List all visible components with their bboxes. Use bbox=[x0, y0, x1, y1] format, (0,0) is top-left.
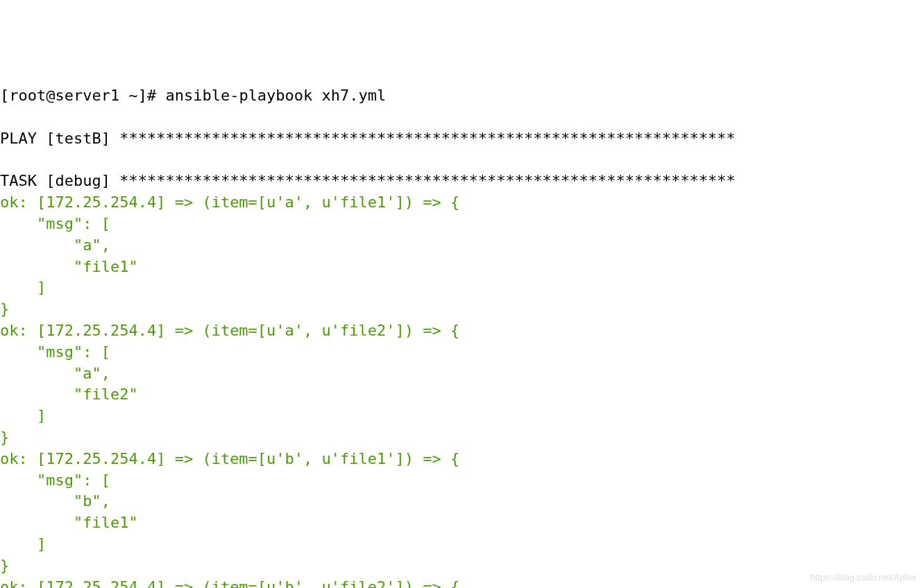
task-item-line: "msg": [ bbox=[0, 472, 110, 489]
task-item-line: "file1" bbox=[0, 514, 138, 531]
task-item-line: ] bbox=[0, 535, 46, 553]
task-item-line: } bbox=[0, 429, 9, 446]
task-item-line: ok: [172.25.254.4] => (item=[u'a', u'fil… bbox=[0, 193, 459, 211]
watermark-text: https://blog.csdn.net/Aplox bbox=[811, 571, 916, 584]
play-header: PLAY [testB] ***************************… bbox=[0, 130, 736, 147]
task-item-line: "b", bbox=[0, 492, 119, 510]
task-item-line: ] bbox=[0, 407, 46, 424]
task-item-line: "a", bbox=[0, 236, 119, 254]
task-item-line: ok: [172.25.254.4] => (item=[u'b', u'fil… bbox=[0, 578, 459, 588]
task-item-line: "file1" bbox=[0, 258, 138, 275]
task-item-line: "msg": [ bbox=[0, 215, 110, 232]
task-item-line: ok: [172.25.254.4] => (item=[u'a', u'fil… bbox=[0, 322, 459, 339]
task-item-line: "a", bbox=[0, 365, 119, 382]
task-item-line: } bbox=[0, 557, 9, 574]
task-item-line: "file2" bbox=[0, 386, 138, 403]
command-text: ansible-playbook xh7.yml bbox=[165, 87, 386, 104]
task-item-line: "msg": [ bbox=[0, 343, 110, 361]
task-item-line: } bbox=[0, 300, 9, 318]
terminal-output: [root@server1 ~]# ansible-playbook xh7.y… bbox=[0, 85, 923, 588]
task-item-line: ] bbox=[0, 279, 46, 296]
shell-prompt: [root@server1 ~]# bbox=[0, 87, 165, 104]
task-item-line: ok: [172.25.254.4] => (item=[u'b', u'fil… bbox=[0, 450, 459, 467]
task-header: TASK [debug] ***************************… bbox=[0, 172, 736, 189]
